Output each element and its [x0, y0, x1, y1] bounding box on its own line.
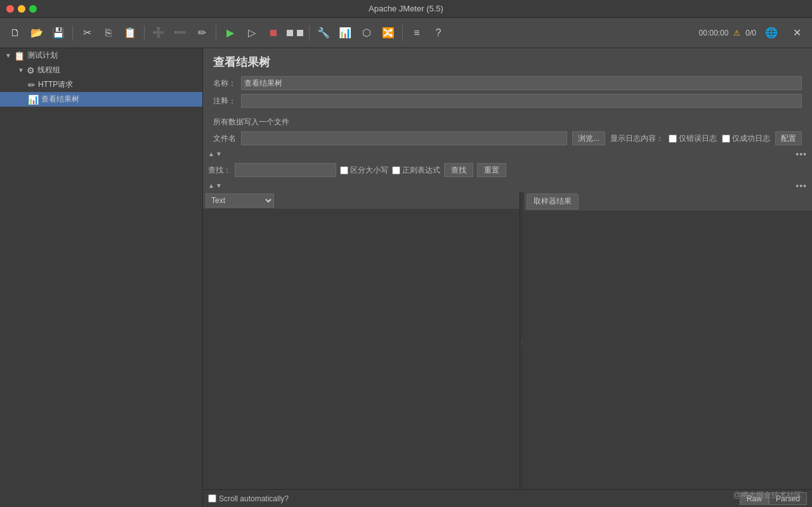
clear-button[interactable]: 🔧 — [313, 23, 334, 43]
log-options: 显示日志内容： 仅错误日志 仅成功日志 配置 — [610, 131, 802, 145]
name-label: 名称： — [213, 78, 236, 89]
browse-button[interactable]: 浏览... — [572, 131, 605, 145]
separator-2 — [144, 25, 145, 41]
close-x-button[interactable]: ✕ — [787, 23, 807, 43]
new-button[interactable]: 🗋 — [5, 23, 25, 43]
sampler-result-tab[interactable]: 取样器结果 — [527, 194, 579, 209]
sidebar-item-test-plan[interactable]: ▼ 📋 测试计划 — [0, 48, 202, 63]
stop-button[interactable]: ⏹ — [263, 23, 284, 43]
sidebar-item-http-request[interactable]: ✏ HTTP请求 — [0, 77, 202, 92]
paste-button[interactable]: 📋 — [120, 23, 140, 43]
split-pane: Text HTML JSON XML Regexp Tester ⋮ 取样器结果 — [203, 192, 812, 489]
save-section-header: 所有数据写入一个文件 — [203, 114, 812, 129]
remote-button[interactable]: 🔀 — [378, 23, 398, 43]
window-title: Apache JMeter (5.5) — [369, 4, 443, 13]
find-button[interactable]: 查找 — [444, 163, 473, 177]
dots-menu-1[interactable]: ••• — [796, 149, 807, 159]
comment-label: 注释： — [213, 96, 236, 107]
remove-button[interactable]: ➖ — [170, 23, 190, 43]
arrow-up-icon-2[interactable]: ▲ — [208, 183, 214, 189]
save-button[interactable]: 💾 — [48, 23, 69, 43]
copy-button[interactable]: ⎘ — [98, 23, 119, 43]
search-label: 查找： — [208, 165, 231, 176]
left-pane-toolbar: Text HTML JSON XML Regexp Tester — [203, 192, 520, 209]
search-input[interactable] — [235, 163, 336, 177]
toolbar: 🗋 📂 💾 ✂ ⎘ 📋 ➕ ➖ ✏ ▶ ▷ ⏹ ⏹⏹ 🔧 📊 ⬡ 🔀 ≡ ? 0… — [0, 18, 812, 48]
config-button[interactable]: 配置 — [775, 131, 802, 145]
window-controls[interactable] — [6, 5, 37, 13]
run-button[interactable]: ▶ — [220, 23, 240, 43]
run-thread-button[interactable]: ▷ — [242, 23, 262, 43]
success-log-checkbox-label[interactable]: 仅成功日志 — [722, 133, 770, 144]
count-display: 0/0 — [745, 29, 756, 37]
collapse-row-2: ▲ ▼ ••• — [203, 180, 812, 192]
separator-3 — [216, 25, 216, 41]
arrow-down-icon-2[interactable]: ▼ — [216, 183, 222, 189]
report-button[interactable]: 📊 — [335, 23, 355, 43]
main-layout: ▼ 📋 测试计划 ▼ ⚙ 线程组 ✏ HTTP请求 📊 查看结果树 查看结果树 … — [0, 48, 812, 507]
right-pane-content — [524, 211, 812, 489]
regex-label[interactable]: 正则表达式 — [392, 165, 440, 176]
arrow-up-icon-1[interactable]: ▲ — [208, 151, 214, 157]
sidebar-item-thread-group[interactable]: ▼ ⚙ 线程组 — [0, 63, 202, 77]
file-label: 文件名 — [213, 133, 236, 144]
search-row: 查找： 区分大小写 正则表达式 查找 重置 — [203, 161, 812, 180]
right-pane: 取样器结果 — [524, 192, 812, 489]
arrow-down-icon-1[interactable]: ▼ — [216, 151, 222, 157]
success-log-checkbox[interactable] — [722, 135, 730, 143]
comment-row: 注释： — [213, 94, 802, 108]
toolbar-right: 00:00:00 ⚠ 0/0 🌐 ✕ — [699, 23, 807, 43]
dots-menu-2[interactable]: ••• — [796, 181, 807, 191]
reset-button[interactable]: 重置 — [477, 163, 506, 177]
timer-display: 00:00:00 — [699, 29, 729, 37]
help-button[interactable]: ? — [428, 23, 449, 43]
globe-button[interactable]: 🌐 — [761, 23, 782, 43]
left-pane-content — [203, 209, 520, 489]
minimize-button[interactable] — [18, 5, 25, 13]
error-log-checkbox[interactable] — [669, 135, 677, 143]
title-bar: Apache JMeter (5.5) — [0, 0, 812, 18]
template-button[interactable]: ⬡ — [357, 23, 377, 43]
test-plan-icon: 📋 — [14, 51, 25, 61]
collapse-row-1: ▲ ▼ ••• — [203, 148, 812, 161]
close-button[interactable] — [6, 5, 14, 13]
comment-input[interactable] — [241, 94, 802, 108]
error-log-checkbox-label[interactable]: 仅错误日志 — [669, 133, 717, 144]
thread-expand-arrow-icon: ▼ — [18, 67, 24, 74]
scroll-auto-checkbox[interactable] — [208, 494, 216, 503]
separator-1 — [72, 25, 73, 41]
result-tree-icon: 📊 — [28, 95, 39, 105]
bottom-bar: Scroll automatically? Raw Parsed — [203, 489, 812, 507]
content-area: 查看结果树 名称： 注释： 所有数据写入一个文件 文件名 浏览... 显示日志内… — [203, 48, 812, 507]
http-request-icon: ✏ — [28, 80, 36, 90]
name-row: 名称： — [213, 76, 802, 90]
panel-title: 查看结果树 — [203, 48, 812, 74]
add-button[interactable]: ➕ — [148, 23, 169, 43]
sidebar: ▼ 📋 测试计划 ▼ ⚙ 线程组 ✏ HTTP请求 📊 查看结果树 — [0, 48, 203, 507]
thread-group-icon: ⚙ — [27, 65, 35, 76]
format-dropdown[interactable]: Text HTML JSON XML Regexp Tester — [206, 194, 274, 207]
warning-icon: ⚠ — [733, 29, 740, 37]
name-input[interactable] — [241, 76, 802, 90]
file-input[interactable] — [241, 131, 567, 145]
scroll-auto-label[interactable]: Scroll automatically? — [208, 494, 289, 503]
separator-4 — [309, 25, 310, 41]
file-row: 文件名 浏览... 显示日志内容： 仅错误日志 仅成功日志 配置 — [203, 129, 812, 148]
cut-button[interactable]: ✂ — [77, 23, 97, 43]
open-button[interactable]: 📂 — [27, 23, 47, 43]
maximize-button[interactable] — [29, 5, 37, 13]
case-sensitive-checkbox[interactable] — [340, 166, 348, 174]
log-display-label: 显示日志内容： — [610, 133, 664, 144]
expand-arrow-icon: ▼ — [5, 52, 11, 59]
regex-checkbox[interactable] — [392, 166, 400, 174]
options-button[interactable]: ≡ — [407, 23, 427, 43]
stop-all-button[interactable]: ⏹⏹ — [285, 23, 305, 43]
form-section: 名称： 注释： — [203, 74, 812, 114]
watermark: @稀土掘金技术社区 — [733, 490, 802, 501]
separator-5 — [402, 25, 403, 41]
left-pane: Text HTML JSON XML Regexp Tester — [203, 192, 520, 489]
sidebar-item-result-tree[interactable]: 📊 查看结果树 — [0, 92, 202, 107]
case-sensitive-label[interactable]: 区分大小写 — [340, 165, 388, 176]
edit-button[interactable]: ✏ — [192, 23, 212, 43]
right-pane-toolbar: 取样器结果 — [524, 192, 812, 211]
